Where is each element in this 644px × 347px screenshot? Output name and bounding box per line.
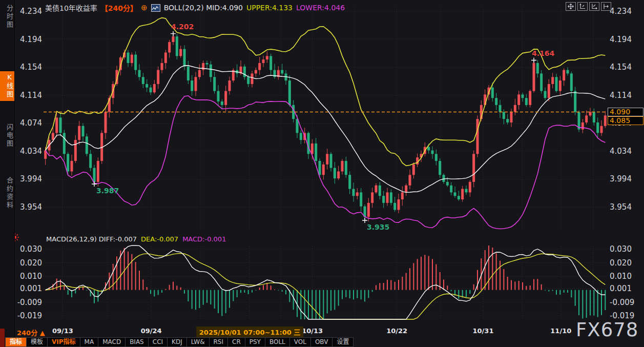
sidebar-tab-3[interactable]: 闪电图 <box>0 121 14 150</box>
fx678-watermark: FX678 <box>576 319 638 341</box>
red-marker <box>0 329 5 347</box>
axis-tick: 0.001 <box>12 284 42 293</box>
toolbar-item-VIP指标[interactable]: VIP指标 <box>48 337 80 347</box>
axis-tick: 4.154 <box>610 63 641 72</box>
toolbar-item-MACD[interactable]: MACD <box>98 337 126 347</box>
macd-header: MACD(26,12,9) DIFF:-0.007 DEA:-0.007 MAC… <box>46 235 226 243</box>
axis-tick: 0.030 <box>12 244 42 254</box>
toolbar-item-BIAS[interactable]: BIAS <box>126 337 149 347</box>
macd-dea-value: DEA:-0.007 <box>141 235 178 243</box>
period-label: 【240分】 <box>101 3 137 13</box>
toolbar-item-CR[interactable]: CR <box>228 337 245 347</box>
axis-tick: -0.019 <box>12 311 42 320</box>
date-label: 09/24 <box>141 327 162 335</box>
toolbar-item-MA[interactable]: MA <box>80 337 99 347</box>
axis-tick: 4.034 <box>610 147 641 156</box>
macd-indicator-chart[interactable] <box>44 244 607 321</box>
axis-tick: 4.114 <box>13 91 42 100</box>
chart-tool-buttons <box>566 2 611 11</box>
axis-fit-icon[interactable] <box>577 2 588 11</box>
session-label: 2025/10/01 07:00~11:00 三 <box>196 326 304 337</box>
toolbar-item-PSY[interactable]: PSY <box>245 337 265 347</box>
left-sidebar: 分时图K线图闪电图合约资料 <box>0 0 15 347</box>
sidebar-tab-2[interactable]: K线图 <box>0 71 14 101</box>
mid-price-tag: 4.090 <box>608 108 643 116</box>
axis-tick: 4.194 <box>610 35 641 44</box>
axis-tick: 0.010 <box>12 272 42 281</box>
macd-diff-value: MACD(26,12,9) DIFF:-0.007 <box>46 235 137 243</box>
axis-tick: 4.074 <box>13 118 42 128</box>
axis-tick: 0.010 <box>610 272 641 281</box>
toolbar-item-KDJ[interactable]: KDJ <box>168 337 187 347</box>
main-candlestick-chart[interactable]: 4.2023.9873.9354.164 <box>44 0 607 234</box>
toolbar-item-CCI[interactable]: CCI <box>149 337 168 347</box>
axis-tick: 0.020 <box>610 258 641 268</box>
date-label: 10/22 <box>386 327 407 335</box>
axis-tick: 3.994 <box>13 174 42 183</box>
toolbar-item-BOLL[interactable]: BOLL <box>265 337 290 347</box>
toolbar-item-LW&[interactable]: LW& <box>187 337 210 347</box>
svg-text:3.987: 3.987 <box>96 187 119 195</box>
axis-tick: 4.154 <box>13 63 42 72</box>
sidebar-tab-1[interactable]: 分时图 <box>0 3 14 31</box>
macd-hist-value: MACD:-0.001 <box>182 235 226 243</box>
axis-tick: -0.009 <box>12 298 42 307</box>
date-label: 09/13 <box>52 327 73 335</box>
axis-scale-icon[interactable] <box>589 2 599 11</box>
mini-chart-icon[interactable] <box>151 4 160 12</box>
axis-tick: 0.030 <box>610 244 641 254</box>
axis-tick: 4.194 <box>13 35 42 44</box>
toolbar-item-RSI[interactable]: RSI <box>210 337 228 347</box>
date-label: 11/10 <box>550 327 571 335</box>
target-plus-icon[interactable]: ⊕ <box>141 4 148 11</box>
toolbar-item-OBV[interactable]: OBV <box>311 337 333 347</box>
pan-icon[interactable] <box>566 2 576 11</box>
instrument-title: 美债10年收益率 <box>45 3 97 13</box>
axis-tick: 4.234 <box>610 7 641 16</box>
axis-tick: 3.954 <box>610 202 641 212</box>
toolbar-item-模板[interactable]: 模板 <box>27 337 48 347</box>
svg-text:4.164: 4.164 <box>532 49 555 57</box>
last-price-tag: 4.085 <box>608 116 643 125</box>
toolbar-item-设置[interactable]: 设置 <box>333 337 354 347</box>
indicator-toolbar: 指标模板VIP指标MAMACDBIASCCIKDJLW&RSICRPSYBOLL… <box>5 337 354 347</box>
axis-tick: 4.034 <box>13 147 42 156</box>
chart-header: 美债10年收益率 【240分】 ⊕ BOLL(20,2) MID:4.090 U… <box>45 3 345 13</box>
axis-tick: 3.994 <box>610 174 641 183</box>
triangle-up-icon: ▲ <box>40 329 45 337</box>
axis-tick: -0.009 <box>610 298 641 307</box>
date-label: 10/31 <box>473 327 494 335</box>
svg-text:4.202: 4.202 <box>171 23 194 31</box>
date-label: 10/13 <box>302 327 323 335</box>
toolbar-item-指标[interactable]: 指标 <box>5 337 27 347</box>
svg-text:3.935: 3.935 <box>367 223 389 231</box>
axis-tick: 4.114 <box>610 91 641 100</box>
chart-app-window: 分时图K线图闪电图合约资料 美债10年收益率 【240分】 ⊕ BOLL(20,… <box>0 0 644 347</box>
sidebar-tab-4[interactable]: 合约资料 <box>0 175 14 212</box>
bottom-period-label[interactable]: 240分 ▲ <box>17 328 45 337</box>
boll-mid-value: BOLL(20,2) MID:4.090 <box>164 4 243 12</box>
axis-tick: 0.020 <box>12 258 42 268</box>
axis-tick: 0.001 <box>610 284 641 293</box>
axis-tick: 3.954 <box>13 202 42 212</box>
toolbar-item-VOL[interactable]: VOL <box>290 337 311 347</box>
shift-right-icon[interactable] <box>601 2 611 11</box>
boll-lower-value: LOWER:4.046 <box>296 4 345 12</box>
axis-tick: 4.234 <box>13 7 42 16</box>
boll-upper-value: UPPER:4.133 <box>246 4 293 12</box>
